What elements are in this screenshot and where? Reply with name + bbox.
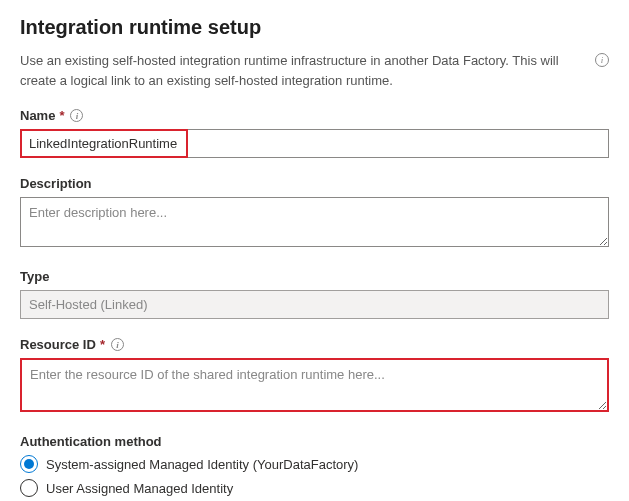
name-label-text: Name — [20, 108, 55, 123]
auth-option-system[interactable]: System-assigned Managed Identity (YourDa… — [20, 455, 609, 473]
description-label: Description — [20, 176, 609, 191]
info-icon[interactable]: i — [595, 53, 609, 67]
auth-method-label-text: Authentication method — [20, 434, 162, 449]
resource-id-input[interactable] — [20, 358, 609, 412]
resource-id-label: Resource ID * i — [20, 337, 609, 352]
auth-option-label: System-assigned Managed Identity (YourDa… — [46, 457, 358, 472]
resource-id-label-text: Resource ID — [20, 337, 96, 352]
info-icon[interactable]: i — [70, 109, 83, 122]
required-asterisk: * — [100, 337, 105, 352]
auth-option-user[interactable]: User Assigned Managed Identity — [20, 479, 609, 497]
info-icon[interactable]: i — [111, 338, 124, 351]
radio-icon — [20, 455, 38, 473]
name-label: Name * i — [20, 108, 609, 123]
description-input[interactable] — [20, 197, 609, 247]
description-label-text: Description — [20, 176, 92, 191]
required-asterisk: * — [59, 108, 64, 123]
page-subtitle: Use an existing self-hosted integration … — [20, 51, 587, 90]
auth-option-label: User Assigned Managed Identity — [46, 481, 233, 496]
radio-icon — [20, 479, 38, 497]
type-label-text: Type — [20, 269, 49, 284]
auth-method-label: Authentication method — [20, 434, 609, 449]
name-input[interactable] — [20, 129, 609, 158]
type-input — [20, 290, 609, 319]
page-title: Integration runtime setup — [20, 16, 609, 39]
type-label: Type — [20, 269, 609, 284]
